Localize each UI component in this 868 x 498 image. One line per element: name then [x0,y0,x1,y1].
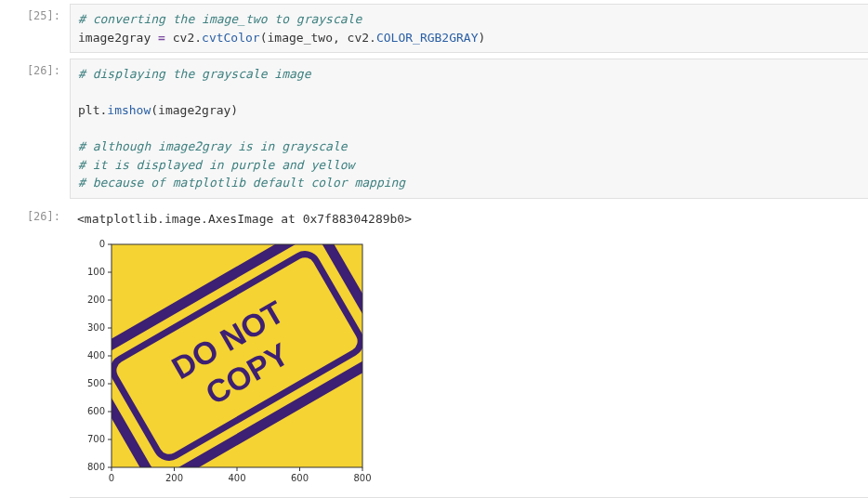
svg-text:800: 800 [353,473,371,483]
svg-text:600: 600 [291,473,309,483]
comment: # converting the image_two to grayscale [78,12,362,26]
mask [70,239,386,244]
svg-text:400: 400 [228,473,245,483]
comment: # although image2gray is in grayscale [78,139,348,153]
cell-prompt: [26]: [0,59,70,199]
code-token: imshow [107,103,151,117]
comment: # because of matplotlib default color ma… [78,176,405,190]
svg-text:300: 300 [87,322,105,333]
svg-text:700: 700 [87,434,105,444]
svg-text:200: 200 [165,473,183,483]
code-cell-26: [26]: # displaying the grayscale image p… [0,59,868,199]
code-token: (image_two, cv2 [260,31,369,45]
cell-prompt: [25]: [0,4,70,53]
svg-text:400: 400 [87,350,105,360]
svg-text:100: 100 [87,267,105,277]
svg-text:0: 0 [99,239,105,249]
code-token: cvtColor [202,31,260,45]
code-token: = [158,31,165,45]
matplotlib-figure: DO NOT COPY 0 100 200 300 400 500 600 [70,239,386,485]
output-cell-26-text: [26]: <matplotlib.image.AxesImage at 0x7… [0,204,868,234]
code-input[interactable]: # displaying the grayscale image plt.ims… [70,59,868,199]
svg-text:800: 800 [87,462,105,472]
cell-prompt: [26]: [0,204,70,234]
output-text: <matplotlib.image.AxesImage at 0x7f88304… [70,204,868,234]
code-token: image2gray [78,31,158,45]
svg-text:600: 600 [87,406,105,416]
comment: # it is displayed in purple and yellow [78,158,354,172]
mask [362,239,386,485]
code-token: cv2 [165,31,194,45]
code-token: (image2gray) [151,103,238,117]
code-input[interactable]: # converting the image_two to grayscale … [70,4,868,53]
code-token: . [369,31,376,45]
plot-area: DO NOT COPY [70,239,386,485]
code-token: COLOR_RGB2GRAY [376,31,479,45]
svg-text:200: 200 [87,295,105,305]
svg-text:500: 500 [87,378,105,388]
code-token: plt [78,103,99,117]
code-token: . [194,31,202,45]
code-token: ) [479,31,486,45]
output-cell-26-chart: DO NOT COPY 0 100 200 300 400 500 600 [70,239,868,488]
comment: # displaying the grayscale image [78,67,310,81]
code-cell-25: [25]: # converting the image_two to gray… [0,4,868,53]
svg-text:0: 0 [109,473,114,483]
notebook: [25]: # converting the image_two to gray… [0,0,868,498]
